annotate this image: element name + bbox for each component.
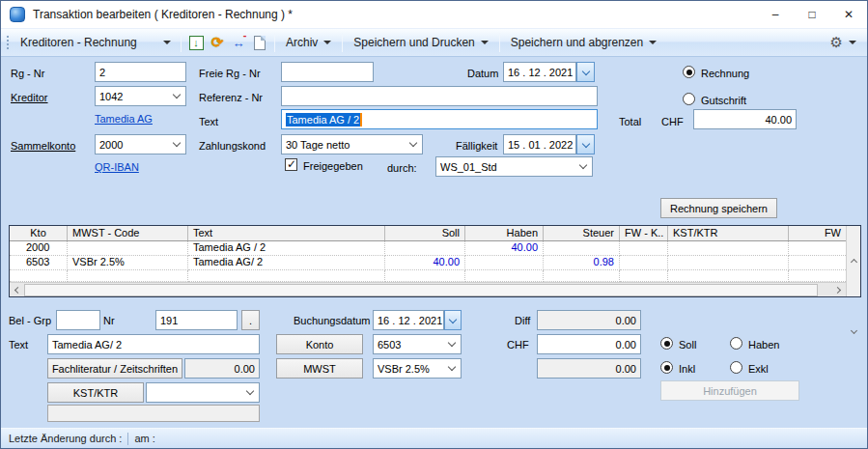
toolbar-separator bbox=[342, 33, 343, 52]
horizontal-scrollbar-thumb[interactable] bbox=[24, 284, 818, 296]
datum-label: Datum bbox=[467, 68, 498, 79]
rg-nr-input[interactable]: 2 bbox=[95, 62, 186, 82]
import-button[interactable]: ↓ bbox=[186, 33, 206, 52]
freigegeben-checkbox[interactable] bbox=[285, 158, 297, 171]
save-and-print-menu[interactable]: Speichern und Drucken bbox=[347, 32, 494, 53]
mwst-button[interactable]: MWST bbox=[276, 358, 363, 379]
gutschrift-radio[interactable] bbox=[683, 93, 695, 105]
horizontal-scrollbar[interactable] bbox=[10, 282, 846, 296]
text-caret bbox=[360, 113, 362, 126]
rechnung-speichern-button[interactable]: Rechnung speichern bbox=[660, 198, 777, 218]
scroll-right-button[interactable] bbox=[831, 283, 846, 296]
text-label: Text bbox=[199, 116, 218, 127]
archiv-menu[interactable]: Archiv bbox=[279, 32, 338, 53]
transaction-type-select[interactable]: Kreditoren - Rechnung bbox=[14, 33, 177, 52]
booking-grid: Kto MWST - Code Text Soll Haben Steuer F… bbox=[9, 225, 861, 297]
mwst-select[interactable]: VSBr 2.5% bbox=[373, 358, 462, 379]
column-header-text[interactable]: Text bbox=[188, 226, 385, 240]
rechnung-radio-label: Rechnung bbox=[701, 68, 749, 79]
kst-ktr-select[interactable] bbox=[146, 382, 260, 403]
grid-row[interactable]: 6503 VSBr 2.5% Tamedia AG/ 2 40.00 0.98 bbox=[10, 256, 846, 270]
column-header-kst-ktr[interactable]: KST/KTR bbox=[668, 226, 789, 240]
column-header-mwst[interactable]: MWST - Code bbox=[68, 226, 188, 240]
chevron-down-icon bbox=[163, 41, 171, 44]
toolbar-separator bbox=[181, 33, 182, 52]
column-header-kto[interactable]: Kto bbox=[10, 226, 68, 240]
chevron-down-icon bbox=[851, 327, 857, 334]
freigegeben-label: Freigegeben bbox=[303, 160, 363, 172]
last-change-by-label: Letzte Änderung durch : bbox=[9, 433, 122, 444]
chevron-down-icon bbox=[449, 315, 457, 323]
zahlungskond-label: Zahlungskond bbox=[199, 140, 266, 152]
column-header-fw-k[interactable]: FW - K.. bbox=[620, 226, 668, 240]
chevron-left-icon bbox=[14, 286, 21, 293]
app-window: Transaktion bearbeiten ( Kreditoren - Re… bbox=[0, 0, 868, 449]
total-input[interactable]: 40.00 bbox=[693, 109, 797, 129]
vertical-scrollbar[interactable] bbox=[846, 226, 860, 296]
refresh-button[interactable]: ⟳ bbox=[208, 33, 227, 52]
entry-text-label: Text bbox=[9, 339, 28, 351]
kreditor-name-link[interactable]: Tamedia AG bbox=[95, 113, 153, 125]
toolbar-separator bbox=[499, 33, 500, 52]
soll-radio[interactable] bbox=[660, 337, 673, 350]
inkl-radio[interactable] bbox=[660, 361, 673, 374]
referenz-nr-input[interactable] bbox=[281, 86, 598, 106]
rg-nr-label: Rg - Nr bbox=[11, 68, 44, 79]
buchungsdatum-label: Buchungsdatum bbox=[294, 315, 371, 326]
durch-select[interactable]: WS_01_Std bbox=[435, 156, 593, 177]
column-header-soll[interactable]: Soll bbox=[385, 226, 465, 240]
settings-menu[interactable]: ⚙ bbox=[824, 30, 863, 55]
save-and-accrue-menu[interactable]: Speichern und abgrenzen bbox=[504, 32, 663, 53]
column-header-steuer[interactable]: Steuer bbox=[544, 226, 620, 240]
haben-radio[interactable] bbox=[730, 337, 742, 350]
freie-rg-nr-input[interactable] bbox=[281, 62, 374, 82]
toolbar-grip[interactable] bbox=[6, 35, 10, 50]
column-header-haben[interactable]: Haben bbox=[465, 226, 544, 240]
scroll-left-button[interactable] bbox=[10, 283, 24, 296]
fachliteratur-button[interactable]: Fachliteratur / Zeitschriften bbox=[47, 358, 182, 379]
column-header-fw[interactable]: FW bbox=[789, 226, 846, 240]
maximize-button[interactable]: □ bbox=[794, 1, 830, 28]
nr-input[interactable]: 191 bbox=[155, 310, 238, 330]
grid-row[interactable]: 2000 Tamedia AG / 2 40.00 bbox=[10, 241, 846, 256]
chevron-up-icon bbox=[851, 259, 857, 266]
kreditor-select[interactable]: 1042 bbox=[95, 86, 186, 106]
text-input[interactable]: Tamedia AG / 2 bbox=[281, 109, 598, 129]
chevron-down-icon bbox=[246, 387, 254, 395]
sammelkonto-label[interactable]: Sammelkonto bbox=[11, 140, 75, 152]
inkl-radio-label: Inkl bbox=[679, 363, 695, 375]
toolbar-separator bbox=[274, 33, 275, 52]
kreditor-label[interactable]: Kreditor bbox=[11, 92, 48, 103]
faelligkeit-input[interactable]: 15 . 01 . 2022 bbox=[503, 134, 576, 154]
new-document-button[interactable] bbox=[250, 33, 269, 52]
entry-chf-label: CHF bbox=[507, 339, 529, 351]
entry-chf-input[interactable]: 0.00 bbox=[537, 334, 641, 354]
entry-text-input[interactable]: Tamedia AG/ 2 bbox=[47, 334, 260, 354]
konto-select[interactable]: 6503 bbox=[373, 334, 462, 354]
close-button[interactable]: ✕ bbox=[830, 1, 867, 28]
chevron-down-icon bbox=[448, 339, 456, 347]
toolbar: Kreditoren - Rechnung ↓ ⟳ ↔- Archiv Spei… bbox=[1, 28, 867, 57]
buchungsdatum-input[interactable]: 16 . 12 . 2021 bbox=[373, 310, 444, 330]
konto-button[interactable]: Konto bbox=[276, 334, 363, 354]
scroll-up-button[interactable] bbox=[847, 226, 861, 296]
chevron-right-icon bbox=[834, 286, 841, 293]
status-bar: Letzte Änderung durch : am : bbox=[1, 428, 867, 448]
scroll-down-button[interactable] bbox=[847, 296, 861, 367]
kst-ktr-button[interactable]: KST/KTR bbox=[47, 382, 144, 403]
minimize-button[interactable]: – bbox=[757, 1, 794, 28]
buchungsdatum-dropdown-button[interactable] bbox=[444, 310, 462, 330]
exkl-radio[interactable] bbox=[730, 361, 742, 374]
grid-row[interactable] bbox=[10, 270, 846, 282]
dot-button[interactable]: . bbox=[241, 310, 260, 330]
faelligkeit-dropdown-button[interactable] bbox=[576, 134, 595, 154]
zahlungskond-select[interactable]: 30 Tage netto bbox=[281, 134, 423, 154]
gear-icon: ⚙ bbox=[830, 34, 843, 51]
rechnung-radio[interactable] bbox=[683, 66, 695, 78]
adjust-columns-button[interactable]: ↔- bbox=[229, 33, 248, 52]
datum-input[interactable]: 16 . 12 . 2021 bbox=[503, 62, 576, 82]
sammelkonto-select[interactable]: 2000 bbox=[95, 134, 186, 154]
qr-iban-link[interactable]: QR-IBAN bbox=[95, 161, 139, 173]
bel-grp-input[interactable] bbox=[56, 310, 100, 330]
datum-dropdown-button[interactable] bbox=[576, 62, 595, 82]
